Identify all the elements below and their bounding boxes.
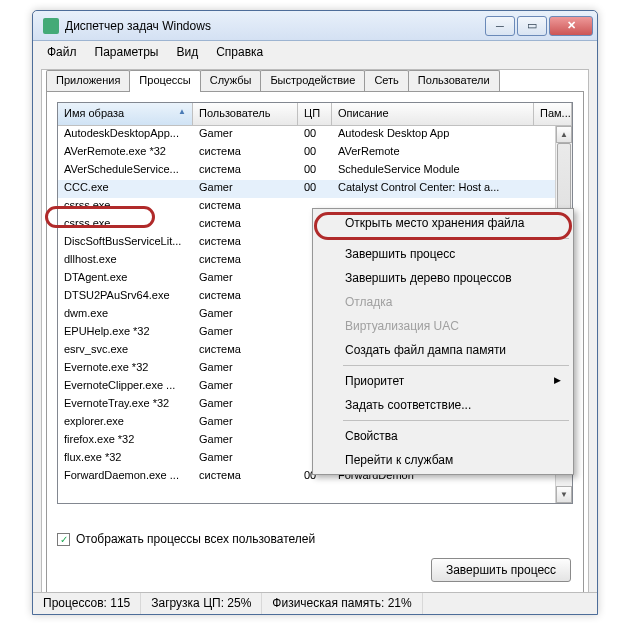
cell-user: Gamer	[193, 396, 298, 414]
ctx-uac-virtualization: Виртуализация UAC	[315, 314, 571, 338]
cell-user: Gamer	[193, 180, 298, 198]
table-row[interactable]: AVerRemote.exe *32система00AVerRemote	[58, 144, 572, 162]
context-menu: Открыть место хранения файла Завершить п…	[312, 208, 574, 475]
ctx-go-to-services[interactable]: Перейти к службам	[315, 448, 571, 472]
col-memory[interactable]: Пам...	[534, 103, 572, 125]
tab-strip: Приложения Процессы Службы Быстродействи…	[46, 70, 592, 92]
scroll-down-button[interactable]: ▼	[556, 486, 572, 503]
cell-image: DTAgent.exe	[58, 270, 193, 288]
col-description[interactable]: Описание	[332, 103, 534, 125]
sort-asc-icon: ▲	[178, 107, 186, 116]
tab-processes[interactable]: Процессы	[129, 70, 200, 92]
cell-image: esrv_svc.exe	[58, 342, 193, 360]
cell-image: DTSU2PAuSrv64.exe	[58, 288, 193, 306]
tab-applications[interactable]: Приложения	[46, 70, 130, 92]
cell-user: Gamer	[193, 378, 298, 396]
cell-image: EPUHelp.exe *32	[58, 324, 193, 342]
minimize-button[interactable]: ─	[485, 16, 515, 36]
ctx-debug: Отладка	[315, 290, 571, 314]
status-process-count: Процессов: 115	[33, 593, 141, 614]
tab-performance[interactable]: Быстродействие	[260, 70, 365, 92]
show-all-users-row: ✓ Отображать процессы всех пользователей	[57, 532, 315, 546]
ctx-properties[interactable]: Свойства	[315, 424, 571, 448]
cell-user: Gamer	[193, 126, 298, 144]
cell-user: система	[193, 252, 298, 270]
cell-desc: AVerRemote	[332, 144, 572, 162]
menubar: Файл Параметры Вид Справка	[33, 41, 597, 63]
tab-networking[interactable]: Сеть	[364, 70, 408, 92]
cell-user: Gamer	[193, 270, 298, 288]
show-all-users-label: Отображать процессы всех пользователей	[76, 532, 315, 546]
cell-image: dwm.exe	[58, 306, 193, 324]
ctx-end-process-tree[interactable]: Завершить дерево процессов	[315, 266, 571, 290]
ctx-open-file-location[interactable]: Открыть место хранения файла	[315, 211, 571, 235]
cell-user: система	[193, 198, 298, 216]
cell-image: explorer.exe	[58, 414, 193, 432]
col-user[interactable]: Пользователь	[193, 103, 298, 125]
col-image[interactable]: Имя образа▲	[58, 103, 193, 125]
cell-image: Evernote.exe *32	[58, 360, 193, 378]
separator	[343, 238, 569, 239]
cell-user: система	[193, 216, 298, 234]
status-cpu-usage: Загрузка ЦП: 25%	[141, 593, 262, 614]
cell-image: EvernoteTray.exe *32	[58, 396, 193, 414]
cell-user: система	[193, 342, 298, 360]
menu-help[interactable]: Справка	[208, 43, 271, 61]
cell-image: CCC.exe	[58, 180, 193, 198]
menu-view[interactable]: Вид	[168, 43, 206, 61]
table-row[interactable]: AVerScheduleService...система00ScheduleS…	[58, 162, 572, 180]
cell-image: AVerRemote.exe *32	[58, 144, 193, 162]
cell-image: dllhost.exe	[58, 252, 193, 270]
cell-image: ForwardDaemon.exe ...	[58, 468, 193, 486]
window-title: Диспетчер задач Windows	[65, 19, 483, 33]
cell-cpu: 00	[298, 162, 332, 180]
cell-user: система	[193, 468, 298, 486]
cell-user: система	[193, 162, 298, 180]
col-cpu[interactable]: ЦП	[298, 103, 332, 125]
cell-desc: Autodesk Desktop App	[332, 126, 572, 144]
submenu-arrow-icon: ▶	[554, 375, 561, 385]
cell-image: AutodeskDesktopApp...	[58, 126, 193, 144]
tab-users[interactable]: Пользователи	[408, 70, 500, 92]
cell-user: Gamer	[193, 432, 298, 450]
maximize-button[interactable]: ▭	[517, 16, 547, 36]
app-icon	[43, 18, 59, 34]
ctx-priority[interactable]: Приоритет▶	[315, 369, 571, 393]
separator	[343, 365, 569, 366]
cell-user: Gamer	[193, 360, 298, 378]
column-headers: Имя образа▲ Пользователь ЦП Описание Пам…	[58, 103, 572, 126]
cell-cpu: 00	[298, 126, 332, 144]
menu-file[interactable]: Файл	[39, 43, 85, 61]
ctx-end-process[interactable]: Завершить процесс	[315, 242, 571, 266]
cell-image: flux.exe *32	[58, 450, 193, 468]
cell-cpu: 00	[298, 144, 332, 162]
cell-image: AVerScheduleService...	[58, 162, 193, 180]
end-process-button[interactable]: Завершить процесс	[431, 558, 571, 582]
scroll-up-button[interactable]: ▲	[556, 126, 572, 143]
status-memory-usage: Физическая память: 21%	[262, 593, 422, 614]
cell-desc: ScheduleService Module	[332, 162, 572, 180]
tab-services[interactable]: Службы	[200, 70, 262, 92]
titlebar[interactable]: Диспетчер задач Windows ─ ▭ ✕	[33, 11, 597, 41]
ctx-create-dump[interactable]: Создать файл дампа памяти	[315, 338, 571, 362]
cell-image: csrss.exe	[58, 216, 193, 234]
cell-image: EvernoteClipper.exe ...	[58, 378, 193, 396]
cell-image: csrss.exe	[58, 198, 193, 216]
ctx-set-affinity[interactable]: Задать соответствие...	[315, 393, 571, 417]
cell-desc: Catalyst Control Center: Host a...	[332, 180, 572, 198]
table-row[interactable]: CCC.exeGamer00Catalyst Control Center: H…	[58, 180, 572, 198]
close-button[interactable]: ✕	[549, 16, 593, 36]
cell-image: firefox.exe *32	[58, 432, 193, 450]
cell-user: Gamer	[193, 450, 298, 468]
cell-user: Gamer	[193, 414, 298, 432]
cell-user: система	[193, 144, 298, 162]
menu-options[interactable]: Параметры	[87, 43, 167, 61]
cell-cpu: 00	[298, 180, 332, 198]
cell-user: система	[193, 234, 298, 252]
separator	[343, 420, 569, 421]
cell-user: система	[193, 288, 298, 306]
cell-user: Gamer	[193, 306, 298, 324]
show-all-users-checkbox[interactable]: ✓	[57, 533, 70, 546]
table-row[interactable]: AutodeskDesktopApp...Gamer00Autodesk Des…	[58, 126, 572, 144]
cell-image: DiscSoftBusServiceLit...	[58, 234, 193, 252]
